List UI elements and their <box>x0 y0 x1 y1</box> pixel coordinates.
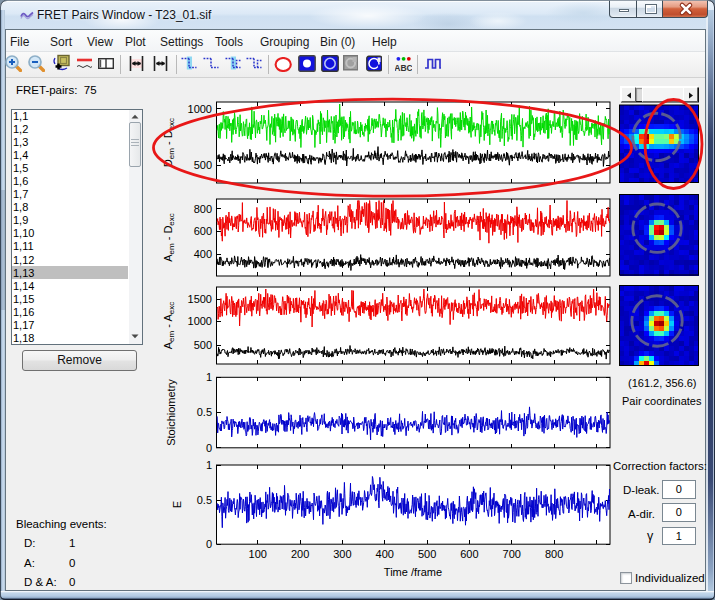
svg-text:ABC: ABC <box>395 62 412 72</box>
